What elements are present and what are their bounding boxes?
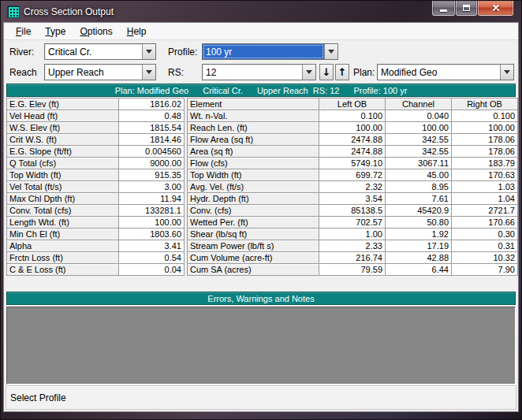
cell-label: C & E Loss (ft): [7, 264, 119, 276]
cell-value: 3.41: [119, 240, 185, 252]
errors-warnings-title: Errors, Warnings and Notes: [207, 294, 314, 303]
chevron-down-icon: [306, 70, 312, 74]
table-row: Top Width (ft)915.35: [7, 169, 185, 181]
cell-value: 8.95: [386, 181, 452, 193]
maximize-button[interactable]: [456, 1, 477, 16]
cell-value: 50.80: [386, 217, 452, 229]
cell-label: Reach Len. (ft): [188, 122, 319, 134]
menu-options[interactable]: Options: [73, 24, 119, 39]
cell-value: 5749.10: [319, 158, 386, 169]
table-row: Reach Len. (ft)100.00100.00100.00: [188, 122, 518, 134]
cell-value: 3067.11: [386, 158, 452, 169]
profile-dropdown[interactable]: 100 yr: [202, 43, 338, 60]
table-row: Q Total (cfs)9000.00: [7, 158, 185, 169]
river-dropdown[interactable]: Critical Cr.: [44, 43, 156, 60]
cell-label: Frctn Loss (ft): [7, 252, 119, 264]
maximize-icon: [463, 5, 470, 11]
cell-label: Length Wtd. (ft): [7, 217, 119, 229]
cell-label: Top Width (ft): [188, 169, 319, 181]
cell-label: Hydr. Depth (ft): [188, 193, 319, 205]
cell-value: 170.66: [452, 217, 518, 229]
cell-value: 17.19: [386, 240, 452, 252]
plan-dropdown-button[interactable]: [500, 65, 513, 80]
table-row: Flow (cfs)5749.103067.11183.79: [188, 158, 518, 169]
close-button[interactable]: [478, 1, 513, 16]
cell-value: 85138.5: [319, 205, 386, 217]
table-row: Max Chl Dpth (ft)11.94: [7, 193, 185, 205]
cell-value: 0.30: [452, 229, 518, 240]
cell-value: 0.040: [386, 110, 452, 122]
cell-value: 178.06: [452, 146, 518, 158]
reach-dropdown-button[interactable]: [142, 65, 155, 80]
cell-label: Avg. Vel. (ft/s): [188, 181, 319, 193]
table-row: Min Ch El (ft)1803.60: [7, 229, 185, 240]
cell-value: 7.61: [386, 193, 452, 205]
table-row: Crit W.S. (ft)1814.46: [7, 134, 185, 146]
table-row: Top Width (ft)699.7245.00170.63: [188, 169, 518, 181]
cell-value: 915.35: [119, 169, 185, 181]
table-row: Cum Volume (acre-ft)216.7442.8810.32: [188, 252, 518, 264]
table-row: C & E Loss (ft)0.04: [7, 264, 185, 276]
table-row: Alpha3.41: [7, 240, 185, 252]
cell-value: 178.06: [452, 134, 518, 146]
reach-value: Upper Reach: [45, 65, 142, 80]
rs-value: 12: [203, 65, 302, 80]
header-plan: Plan: Modified Geo: [115, 86, 189, 95]
cell-value: 0.004560: [119, 146, 185, 158]
plan-dropdown[interactable]: Modified Geo: [377, 64, 514, 80]
cell-label: E.G. Slope (ft/ft): [7, 146, 119, 158]
rs-dropdown[interactable]: 12: [202, 64, 316, 80]
status-text: Select Profile: [10, 392, 66, 403]
column-header: Channel: [386, 98, 452, 110]
cell-label: Vel Head (ft): [7, 110, 119, 122]
cell-value: 0.100: [452, 110, 518, 122]
cell-label: Crit W.S. (ft): [7, 134, 119, 146]
table-row: Avg. Vel. (ft/s)2.328.951.03: [188, 181, 518, 193]
menu-help[interactable]: Help: [120, 24, 154, 39]
next-rs-button[interactable]: ↑: [335, 64, 349, 80]
cell-label: Wt. n-Val.: [188, 110, 319, 122]
header-profile: Profile: 100 yr: [353, 86, 407, 95]
cell-value: 79.59: [319, 264, 386, 276]
cell-value: 1.03: [452, 181, 518, 193]
river-dropdown-button[interactable]: [142, 44, 155, 59]
menu-type[interactable]: Type: [38, 24, 73, 39]
summary-table: E.G. Elev (ft)1816.02Vel Head (ft)0.48W.…: [6, 98, 185, 276]
errors-warnings-content: [6, 307, 516, 385]
column-header: Element: [188, 98, 319, 110]
cell-value: 100.00: [119, 217, 185, 229]
cell-value: 1.04: [452, 193, 518, 205]
table-row: Area (sq ft)2474.88342.55178.06: [188, 146, 518, 158]
cell-value: 183.79: [452, 158, 518, 169]
rs-dropdown-button[interactable]: [302, 65, 315, 80]
cell-value: 2474.88: [319, 146, 386, 158]
profile-dropdown-button[interactable]: [324, 44, 337, 59]
reach-dropdown[interactable]: Upper Reach: [44, 64, 156, 80]
cell-value: 11.94: [119, 193, 185, 205]
cell-value: 170.63: [452, 169, 518, 181]
previous-rs-button[interactable]: ↓: [319, 64, 334, 80]
cell-value: 0.54: [119, 252, 185, 264]
cell-value: 42.88: [386, 252, 452, 264]
cell-label: W.S. Elev (ft): [7, 122, 119, 134]
table-row: Cum SA (acres)79.596.447.90: [188, 264, 518, 276]
window-content: FileTypeOptionsHelp River: Critical Cr. …: [4, 23, 518, 411]
cell-label: Wetted Per. (ft): [188, 217, 319, 229]
minimize-button[interactable]: [432, 1, 455, 16]
column-header: Right OB: [452, 98, 518, 110]
table-row: Length Wtd. (ft)100.00: [7, 217, 185, 229]
table-row: Conv. Total (cfs)133281.1: [7, 205, 185, 217]
cell-label: Alpha: [7, 240, 119, 252]
table-row: E.G. Slope (ft/ft)0.004560: [7, 146, 185, 158]
cell-value: 0.04: [119, 264, 185, 276]
header-river: Critical Cr.: [203, 86, 243, 95]
menu-file[interactable]: File: [9, 24, 38, 39]
plan-value: Modified Geo: [378, 65, 500, 80]
down-arrow-icon: ↓: [323, 66, 331, 78]
cell-value: 1.00: [319, 229, 386, 240]
table-row: Hydr. Depth (ft)3.547.611.04: [188, 193, 518, 205]
element-table: ElementLeft OBChannelRight OB Wt. n-Val.…: [187, 98, 518, 276]
errors-warnings-bar: Errors, Warnings and Notes: [6, 292, 516, 305]
cell-value: 342.55: [386, 146, 452, 158]
cell-value: 1.92: [386, 229, 452, 240]
